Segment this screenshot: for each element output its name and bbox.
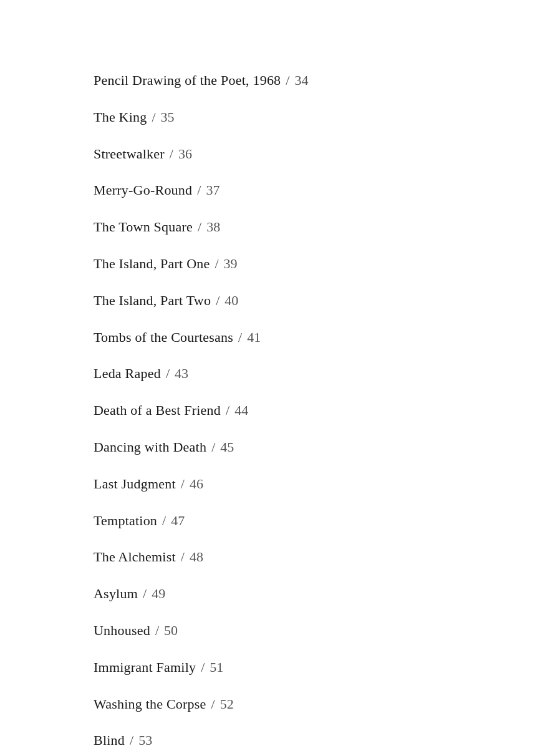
toc-item-title: Dancing with Death: [94, 438, 206, 457]
toc-item-title: Washing the Corpse: [94, 695, 206, 714]
toc-item-separator: /: [216, 291, 220, 311]
toc-item-separator: /: [162, 511, 166, 531]
toc-item-separator: /: [170, 145, 173, 164]
list-item: Blind/53: [94, 722, 456, 756]
list-item: Asylum/49: [94, 576, 456, 613]
toc-item-title: Tombs of the Courtesans: [94, 328, 233, 347]
toc-item-separator: /: [166, 364, 170, 384]
toc-item-page: 49: [152, 584, 165, 604]
toc-item-title: Immigrant Family: [94, 658, 196, 677]
toc-item-title: The King: [94, 108, 147, 127]
toc-item-page: 36: [178, 145, 192, 164]
list-item: Dancing with Death/45: [94, 429, 456, 466]
list-item: The King/35: [94, 99, 456, 136]
toc-item-page: 47: [171, 511, 185, 531]
toc-item-separator: /: [286, 71, 289, 90]
toc-item-title: The Island, Part One: [94, 254, 210, 274]
list-item: The Alchemist/48: [94, 539, 456, 576]
list-item: Unhoused/50: [94, 613, 456, 649]
list-item: The Town Square/38: [94, 209, 456, 246]
toc-item-page: 34: [294, 71, 308, 90]
toc-item-separator: /: [197, 181, 201, 200]
toc-item-title: Asylum: [94, 584, 138, 604]
toc-item-title: Blind: [94, 731, 125, 750]
toc-item-separator: /: [215, 254, 218, 274]
toc-item-separator: /: [155, 621, 159, 641]
toc-item-separator: /: [152, 108, 155, 127]
toc-item-page: 53: [138, 731, 152, 750]
toc-item-separator: /: [201, 658, 205, 677]
toc-item-separator: /: [211, 438, 215, 457]
toc-item-page: 52: [220, 695, 234, 714]
toc-item-separator: /: [198, 218, 201, 237]
list-item: Tombs of the Courtesans/41: [94, 319, 456, 356]
toc-item-page: 44: [234, 401, 248, 420]
toc-item-page: 43: [175, 364, 188, 384]
toc-item-title: Unhoused: [94, 621, 150, 641]
toc-item-separator: /: [181, 548, 185, 567]
list-item: The Island, Part Two/40: [94, 283, 456, 319]
table-of-contents: Pencil Drawing of the Poet, 1968/34The K…: [94, 62, 456, 756]
toc-item-page: 50: [164, 621, 178, 641]
list-item: Washing the Corpse/52: [94, 686, 456, 723]
toc-item-page: 40: [224, 291, 238, 311]
toc-item-title: Death of a Best Friend: [94, 401, 221, 420]
toc-item-separator: /: [181, 475, 185, 494]
toc-item-separator: /: [226, 401, 229, 420]
list-item: Streetwalker/36: [94, 136, 456, 173]
toc-item-separator: /: [211, 695, 215, 714]
list-item: Pencil Drawing of the Poet, 1968/34: [94, 62, 456, 99]
toc-item-title: Temptation: [94, 511, 157, 531]
toc-item-separator: /: [143, 584, 147, 604]
toc-item-title: The Island, Part Two: [94, 291, 211, 311]
list-item: Death of a Best Friend/44: [94, 392, 456, 429]
toc-item-page: 35: [161, 108, 175, 127]
toc-item-title: Last Judgment: [94, 475, 176, 494]
toc-item-separator: /: [130, 731, 133, 750]
toc-item-title: Pencil Drawing of the Poet, 1968: [94, 71, 281, 90]
toc-item-page: 37: [206, 181, 220, 200]
toc-item-page: 39: [224, 254, 238, 274]
toc-item-page: 41: [247, 328, 261, 347]
list-item: Temptation/47: [94, 503, 456, 540]
list-item: The Island, Part One/39: [94, 246, 456, 283]
toc-item-page: 48: [190, 548, 203, 567]
toc-item-page: 38: [206, 218, 220, 237]
toc-item-page: 45: [220, 438, 234, 457]
list-item: Last Judgment/46: [94, 466, 456, 503]
list-item: Immigrant Family/51: [94, 649, 456, 686]
toc-item-title: Merry-Go-Round: [94, 181, 192, 200]
toc-item-separator: /: [238, 328, 242, 347]
toc-item-title: Leda Raped: [94, 364, 161, 384]
list-item: Merry-Go-Round/37: [94, 172, 456, 209]
toc-item-title: The Town Square: [94, 218, 193, 237]
toc-item-page: 46: [190, 475, 203, 494]
toc-item-page: 51: [210, 658, 223, 677]
toc-item-title: Streetwalker: [94, 145, 165, 164]
list-item: Leda Raped/43: [94, 356, 456, 392]
toc-item-title: The Alchemist: [94, 548, 176, 567]
